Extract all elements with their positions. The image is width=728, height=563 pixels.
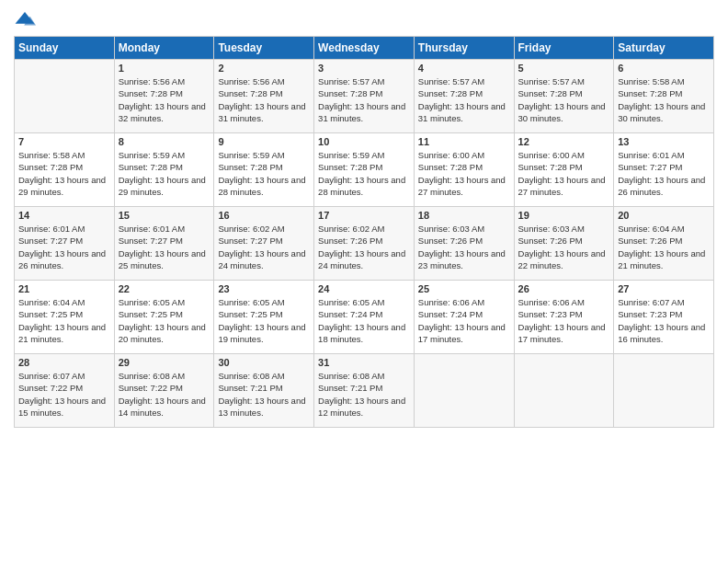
- sunrise: Sunrise: 6:01 AM: [119, 224, 185, 234]
- daylight: Daylight: 13 hours and 25 minutes.: [119, 248, 206, 270]
- day-cell: 13 Sunrise: 6:01 AM Sunset: 7:27 PM Dayl…: [614, 133, 714, 207]
- week-row-0: 1 Sunrise: 5:56 AM Sunset: 7:28 PM Dayli…: [15, 60, 714, 133]
- sunrise: Sunrise: 6:08 AM: [119, 371, 185, 381]
- day-number: 6: [618, 63, 710, 74]
- logo: [14, 9, 40, 29]
- sunset: Sunset: 7:23 PM: [618, 309, 682, 319]
- day-info: Sunrise: 6:00 AM Sunset: 7:28 PM Dayligh…: [418, 149, 510, 198]
- daylight: Daylight: 13 hours and 31 minutes.: [318, 101, 405, 123]
- daylight: Daylight: 13 hours and 20 minutes.: [119, 322, 206, 344]
- day-info: Sunrise: 6:05 AM Sunset: 7:24 PM Dayligh…: [318, 296, 410, 345]
- day-info: Sunrise: 5:59 AM Sunset: 7:28 PM Dayligh…: [119, 149, 210, 198]
- week-row-2: 14 Sunrise: 6:01 AM Sunset: 7:27 PM Dayl…: [15, 207, 714, 281]
- day-info: Sunrise: 5:57 AM Sunset: 7:28 PM Dayligh…: [418, 75, 510, 124]
- day-number: 28: [18, 357, 110, 368]
- week-row-4: 28 Sunrise: 6:07 AM Sunset: 7:22 PM Dayl…: [15, 354, 714, 428]
- daylight: Daylight: 13 hours and 26 minutes.: [618, 175, 705, 197]
- day-cell: 7 Sunrise: 5:58 AM Sunset: 7:28 PM Dayli…: [15, 133, 115, 207]
- sunset: Sunset: 7:28 PM: [119, 162, 183, 172]
- day-cell: 9 Sunrise: 5:59 AM Sunset: 7:28 PM Dayli…: [214, 133, 314, 207]
- daylight: Daylight: 13 hours and 26 minutes.: [18, 248, 106, 270]
- sunrise: Sunrise: 6:00 AM: [518, 150, 585, 160]
- header: [14, 9, 714, 29]
- sunrise: Sunrise: 6:07 AM: [18, 371, 85, 381]
- header-wednesday: Wednesday: [314, 37, 415, 60]
- sunset: Sunset: 7:25 PM: [18, 309, 83, 319]
- day-info: Sunrise: 6:04 AM Sunset: 7:26 PM Dayligh…: [618, 223, 710, 271]
- sunrise: Sunrise: 6:08 AM: [218, 371, 284, 381]
- day-info: Sunrise: 5:57 AM Sunset: 7:28 PM Dayligh…: [518, 75, 610, 124]
- day-cell: 25 Sunrise: 6:06 AM Sunset: 7:24 PM Dayl…: [414, 281, 514, 354]
- day-cell: 17 Sunrise: 6:02 AM Sunset: 7:26 PM Dayl…: [314, 207, 415, 281]
- day-number: 15: [119, 210, 210, 221]
- calendar-table: SundayMondayTuesdayWednesdayThursdayFrid…: [14, 36, 714, 428]
- day-info: Sunrise: 6:03 AM Sunset: 7:26 PM Dayligh…: [518, 223, 610, 271]
- day-info: Sunrise: 5:58 AM Sunset: 7:28 PM Dayligh…: [18, 149, 110, 198]
- sunrise: Sunrise: 6:05 AM: [318, 297, 384, 307]
- daylight: Daylight: 13 hours and 22 minutes.: [518, 248, 606, 270]
- sunrise: Sunrise: 5:56 AM: [119, 76, 185, 86]
- day-cell: 8 Sunrise: 5:59 AM Sunset: 7:28 PM Dayli…: [114, 133, 214, 207]
- day-cell: 24 Sunrise: 6:05 AM Sunset: 7:24 PM Dayl…: [314, 281, 415, 354]
- week-row-3: 21 Sunrise: 6:04 AM Sunset: 7:25 PM Dayl…: [15, 281, 714, 354]
- day-info: Sunrise: 5:59 AM Sunset: 7:28 PM Dayligh…: [218, 149, 310, 198]
- sunrise: Sunrise: 6:06 AM: [518, 297, 585, 307]
- daylight: Daylight: 13 hours and 21 minutes.: [18, 322, 106, 344]
- sunrise: Sunrise: 6:01 AM: [618, 150, 684, 160]
- header-friday: Friday: [514, 37, 614, 60]
- day-cell: 18 Sunrise: 6:03 AM Sunset: 7:26 PM Dayl…: [414, 207, 514, 281]
- daylight: Daylight: 13 hours and 16 minutes.: [618, 322, 705, 344]
- daylight: Daylight: 13 hours and 30 minutes.: [518, 101, 606, 123]
- day-number: 1: [119, 63, 210, 74]
- day-info: Sunrise: 6:01 AM Sunset: 7:27 PM Dayligh…: [119, 223, 210, 271]
- sunset: Sunset: 7:28 PM: [418, 162, 483, 172]
- day-info: Sunrise: 6:05 AM Sunset: 7:25 PM Dayligh…: [218, 296, 310, 345]
- sunrise: Sunrise: 5:59 AM: [218, 150, 284, 160]
- daylight: Daylight: 13 hours and 23 minutes.: [418, 248, 506, 270]
- sunset: Sunset: 7:28 PM: [218, 162, 282, 172]
- day-info: Sunrise: 6:06 AM Sunset: 7:23 PM Dayligh…: [518, 296, 610, 345]
- day-cell: 14 Sunrise: 6:01 AM Sunset: 7:27 PM Dayl…: [15, 207, 115, 281]
- day-number: 29: [119, 357, 210, 368]
- sunset: Sunset: 7:28 PM: [418, 88, 483, 98]
- day-number: 25: [418, 283, 510, 294]
- day-number: 2: [218, 63, 310, 74]
- sunrise: Sunrise: 5:56 AM: [218, 76, 284, 86]
- sunset: Sunset: 7:28 PM: [119, 88, 183, 98]
- daylight: Daylight: 13 hours and 31 minutes.: [218, 101, 305, 123]
- day-number: 19: [518, 210, 610, 221]
- day-number: 14: [18, 210, 110, 221]
- sunset: Sunset: 7:21 PM: [318, 383, 382, 393]
- day-info: Sunrise: 6:08 AM Sunset: 7:22 PM Dayligh…: [119, 370, 210, 419]
- sunset: Sunset: 7:27 PM: [218, 236, 282, 246]
- calendar-header-row: SundayMondayTuesdayWednesdayThursdayFrid…: [15, 37, 714, 60]
- day-info: Sunrise: 5:56 AM Sunset: 7:28 PM Dayligh…: [119, 75, 210, 124]
- sunrise: Sunrise: 6:04 AM: [618, 224, 684, 234]
- sunset: Sunset: 7:24 PM: [418, 309, 483, 319]
- day-cell: 21 Sunrise: 6:04 AM Sunset: 7:25 PM Dayl…: [15, 281, 115, 354]
- sunset: Sunset: 7:27 PM: [18, 236, 83, 246]
- sunset: Sunset: 7:28 PM: [618, 88, 682, 98]
- day-cell: 26 Sunrise: 6:06 AM Sunset: 7:23 PM Dayl…: [514, 281, 614, 354]
- day-number: 4: [418, 63, 510, 74]
- sunset: Sunset: 7:22 PM: [18, 383, 83, 393]
- sunrise: Sunrise: 5:59 AM: [318, 150, 384, 160]
- day-number: 20: [618, 210, 710, 221]
- sunrise: Sunrise: 6:03 AM: [418, 224, 484, 234]
- day-number: 30: [218, 357, 310, 368]
- day-info: Sunrise: 5:56 AM Sunset: 7:28 PM Dayligh…: [218, 75, 310, 124]
- daylight: Daylight: 13 hours and 15 minutes.: [18, 396, 106, 418]
- sunrise: Sunrise: 6:03 AM: [518, 224, 585, 234]
- sunrise: Sunrise: 6:07 AM: [618, 297, 684, 307]
- day-info: Sunrise: 6:07 AM Sunset: 7:22 PM Dayligh…: [18, 370, 110, 419]
- day-info: Sunrise: 5:59 AM Sunset: 7:28 PM Dayligh…: [318, 149, 410, 198]
- daylight: Daylight: 13 hours and 24 minutes.: [218, 248, 305, 270]
- sunrise: Sunrise: 6:00 AM: [418, 150, 484, 160]
- day-number: 7: [18, 136, 110, 147]
- sunrise: Sunrise: 6:05 AM: [218, 297, 284, 307]
- sunrise: Sunrise: 5:58 AM: [618, 76, 684, 86]
- sunset: Sunset: 7:28 PM: [318, 162, 382, 172]
- sunset: Sunset: 7:25 PM: [119, 309, 183, 319]
- daylight: Daylight: 13 hours and 28 minutes.: [318, 175, 405, 197]
- daylight: Daylight: 13 hours and 30 minutes.: [618, 101, 705, 123]
